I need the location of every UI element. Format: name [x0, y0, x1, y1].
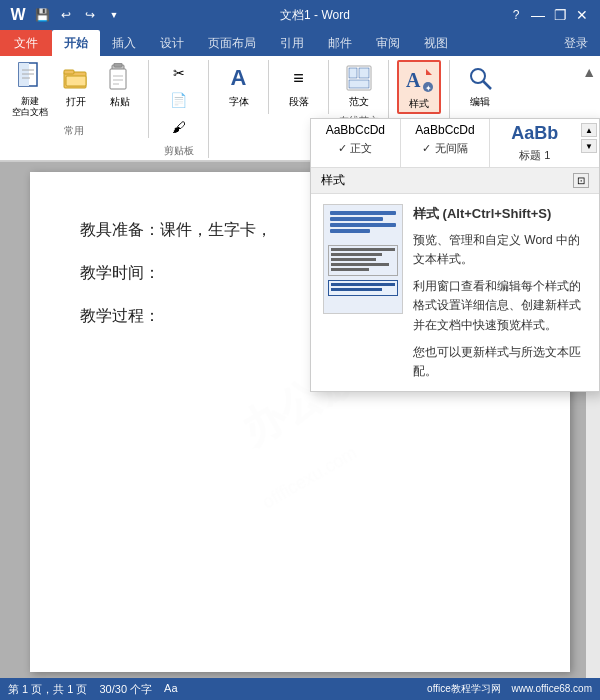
word-count: 30/30 个字	[99, 682, 152, 697]
open-label: 打开	[66, 96, 86, 108]
minimize-button[interactable]: —	[528, 5, 548, 25]
lang-icon: Aa	[164, 682, 177, 697]
style-preview-row: AaBbCcDd ✓ 正文 AaBbCcDd ✓ 无间隔 AaBb 标题 1 ▲…	[311, 119, 599, 168]
tooltip-text-block: 样式 (Alt+Ctrl+Shift+S) 预览、管理和自定义 Word 中的文…	[413, 204, 587, 381]
template-label: 范文	[349, 96, 369, 108]
common-items: 新建空白文档 打开	[8, 60, 140, 120]
tooltip-img-box	[328, 245, 398, 276]
website-url: www.office68.com	[512, 683, 592, 694]
title-bar-title: 文档1 - Word	[124, 7, 506, 24]
save-quick-icon[interactable]: 💾	[32, 5, 52, 25]
template-button[interactable]: 范文	[339, 60, 379, 110]
customize-icon[interactable]: ▼	[104, 5, 124, 25]
style-nav-down[interactable]: ▼	[581, 139, 597, 153]
svg-rect-9	[110, 69, 126, 89]
tooltip-img-highlight	[328, 280, 398, 296]
img-line-2	[330, 217, 383, 221]
tab-references[interactable]: 引用	[268, 30, 316, 56]
restore-button[interactable]: ❐	[550, 5, 570, 25]
tab-mailings[interactable]: 邮件	[316, 30, 364, 56]
edit-items: 编辑	[460, 60, 500, 110]
font-button[interactable]: A 字体	[219, 60, 259, 110]
edit-button[interactable]: 编辑	[460, 60, 500, 110]
style-item-nospace[interactable]: AaBbCcDd ✓ 无间隔	[401, 119, 491, 167]
word-logo-icon: W	[8, 5, 28, 25]
style-items: A ✦ 样式	[397, 60, 441, 114]
tab-file[interactable]: 文件	[0, 30, 52, 56]
highlight-line-2	[331, 288, 382, 291]
open-icon	[60, 62, 92, 94]
style-label-bar: 样式 ⊡	[311, 168, 599, 194]
ribbon-tabs: 文件 开始 插入 设计 页面布局 引用 邮件 审阅 视图 登录	[0, 30, 600, 56]
svg-rect-6	[64, 70, 74, 74]
svg-rect-16	[359, 68, 369, 78]
svg-text:✦: ✦	[425, 84, 432, 93]
open-button[interactable]: 打开	[56, 60, 96, 110]
edit-label: 编辑	[470, 96, 490, 108]
status-left: 第 1 页，共 1 页 30/30 个字 Aa	[8, 682, 178, 697]
style-button[interactable]: A ✦ 样式	[397, 60, 441, 114]
format-painter-icon: 🖌	[168, 116, 190, 138]
page-info: 第 1 页，共 1 页	[8, 682, 87, 697]
box-line-4	[331, 263, 389, 266]
clipboard-items: ✂ 📄 🖌	[164, 60, 194, 140]
style-item-normal[interactable]: AaBbCcDd ✓ 正文	[311, 119, 401, 167]
ribbon-group-style: A ✦ 样式	[389, 60, 450, 118]
tooltip-img-lines	[324, 205, 402, 241]
new-doc-icon	[14, 62, 46, 94]
ribbon-group-font: A 字体	[209, 60, 269, 114]
tab-login[interactable]: 登录	[552, 30, 600, 56]
tooltip-desc3: 您也可以更新样式与所选文本匹配。	[413, 343, 587, 381]
svg-line-22	[483, 81, 491, 89]
title-bar-controls: ? — ❐ ✕	[506, 5, 592, 25]
paste-button[interactable]: 粘贴	[100, 60, 140, 110]
style-item-heading1[interactable]: AaBb 标题 1	[490, 119, 579, 167]
font-label: 字体	[229, 96, 249, 108]
tab-review[interactable]: 审阅	[364, 30, 412, 56]
cut-button[interactable]: ✂	[164, 60, 194, 86]
style-nav-up[interactable]: ▲	[581, 123, 597, 137]
redo-icon[interactable]: ↪	[80, 5, 100, 25]
paragraph-label: 段落	[289, 96, 309, 108]
tooltip-title: 样式 (Alt+Ctrl+Shift+S)	[413, 204, 587, 225]
img-line-4	[330, 229, 370, 233]
new-doc-label: 新建空白文档	[12, 96, 48, 118]
paragraph-items: ≡ 段落	[279, 60, 319, 110]
title-bar-left: W 💾 ↩ ↪ ▼	[8, 5, 124, 25]
doc-label-2: 教学时间：	[80, 255, 160, 290]
box-line-3	[331, 258, 376, 261]
doc-label-3: 教学过程：	[80, 298, 160, 333]
style-dropdown: AaBbCcDd ✓ 正文 AaBbCcDd ✓ 无间隔 AaBb 标题 1 ▲…	[310, 118, 600, 392]
format-painter-button[interactable]: 🖌	[164, 114, 194, 140]
style-dialog-icon[interactable]: ⊡	[573, 173, 589, 188]
copy-button[interactable]: 📄	[164, 87, 194, 113]
tab-home[interactable]: 开始	[52, 30, 100, 56]
undo-icon[interactable]: ↩	[56, 5, 76, 25]
paragraph-button[interactable]: ≡ 段落	[279, 60, 319, 110]
close-button[interactable]: ✕	[572, 5, 592, 25]
help-icon[interactable]: ?	[506, 5, 526, 25]
box-line-1	[331, 248, 395, 251]
new-doc-button[interactable]: 新建空白文档	[8, 60, 52, 120]
style-label-text: 样式	[321, 172, 345, 189]
cut-icon: ✂	[168, 62, 190, 84]
tab-view[interactable]: 视图	[412, 30, 460, 56]
tooltip-desc1: 预览、管理和自定义 Word 中的文本样式。	[413, 231, 587, 269]
doc-text-1: 教具准备：课件，生字卡，	[80, 212, 272, 247]
tab-design[interactable]: 设计	[148, 30, 196, 56]
tab-layout[interactable]: 页面布局	[196, 30, 268, 56]
title-bar: W 💾 ↩ ↪ ▼ 文档1 - Word ? — ❐ ✕	[0, 0, 600, 30]
tooltip-desc2: 利用窗口查看和编辑每个样式的格式设置详细信息、创建新样式并在文档中快速预览样式。	[413, 277, 587, 335]
edit-icon	[464, 62, 496, 94]
ribbon-collapse[interactable]: ▲	[582, 60, 600, 80]
status-bar: 第 1 页，共 1 页 30/30 个字 Aa office教程学习网 www.…	[0, 678, 600, 700]
ribbon-group-edit: 编辑	[450, 60, 510, 114]
common-group-label: 常用	[64, 122, 84, 138]
paste-label: 粘贴	[110, 96, 130, 108]
svg-rect-15	[349, 68, 357, 78]
ribbon-group-common: 新建空白文档 打开	[0, 60, 149, 138]
img-line-1	[330, 211, 396, 215]
font-icon: A	[223, 62, 255, 94]
status-right: office教程学习网 www.office68.com	[427, 682, 592, 696]
tab-insert[interactable]: 插入	[100, 30, 148, 56]
